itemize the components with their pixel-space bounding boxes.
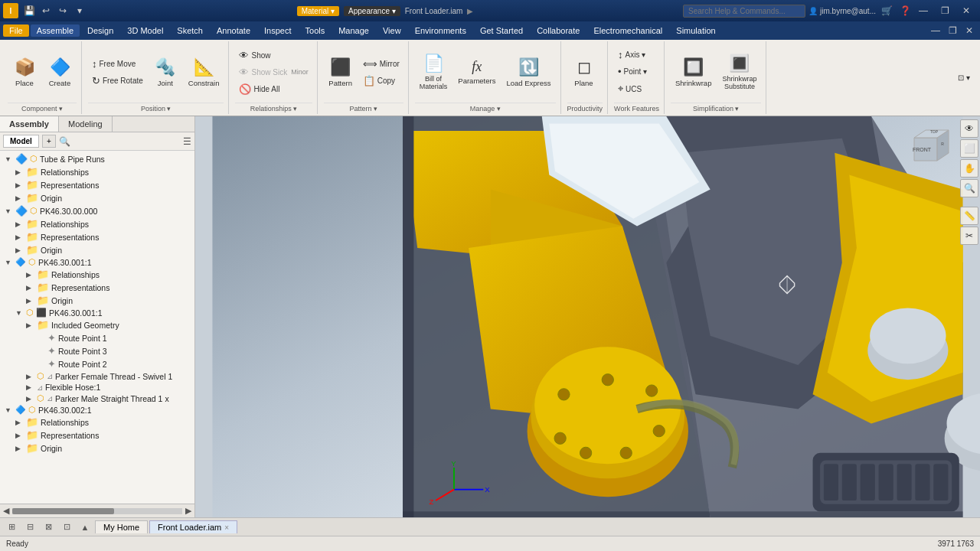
tree-item-relationships-2[interactable]: ▶ 📁 Relationships [0,217,194,230]
tree-item-representations-4[interactable]: ▶ 📁 Representations [0,429,194,442]
save-button[interactable]: 💾 [21,3,37,18]
expander-pk46-30[interactable]: ▼ [5,207,15,215]
tree-item-route-pt-2[interactable]: ✦ Route Point 2 [0,357,194,370]
expander-origin-4[interactable]: ▶ [15,445,26,452]
view-tile-3[interactable]: ⊠ [40,520,57,534]
menu-electromechanical[interactable]: Electromechanical [587,24,668,37]
minimize-panel-button[interactable]: — [928,23,943,38]
expander-pk46-002-1[interactable]: ▼ [5,406,15,414]
front-loader-tab[interactable]: Front Loader.iam × [149,520,237,533]
expander-origin-3[interactable]: ▶ [26,297,37,305]
menu-getstarted[interactable]: Get Started [474,24,529,37]
expander-pk46-001-1b[interactable]: ▼ [15,309,26,317]
tree-item-tube-pipe[interactable]: ▼ 🔷 ⬡ Tube & Pipe Runs [0,152,194,165]
viewport-tool-3[interactable]: ✋ [960,159,978,178]
viewport-tool-1[interactable]: 👁 [960,119,978,138]
menu-collaborate[interactable]: Collaborate [531,24,586,37]
tree-item-flexible-hose[interactable]: ▶ ⊿ Flexible Hose:1 [0,382,194,393]
redo-button[interactable]: ↪ [55,3,70,18]
bom-button[interactable]: 📄 Bill ofMaterials [415,51,452,93]
tree-item-relationships-1[interactable]: ▶ 📁 Relationships [0,165,194,178]
expander-relationships-3[interactable]: ▶ [26,271,37,279]
expander-relationships-4[interactable]: ▶ [15,419,26,426]
view-tile-1[interactable]: ⊞ [3,520,20,534]
expander-flexible-hose[interactable]: ▶ [26,383,37,391]
view-options-button[interactable]: ⊡ ▾ [954,71,974,84]
add-model-tab-button[interactable]: + [42,135,56,148]
tree-item-representations-2[interactable]: ▶ 📁 Representations [0,230,194,243]
expander-origin-2[interactable]: ▶ [15,246,26,254]
tree-item-route-pt-1[interactable]: ✦ Route Point 1 [0,331,194,344]
point-button[interactable]: • Point ▾ [614,64,651,80]
expander-pk46-001-1[interactable]: ▼ [5,259,15,266]
tree-item-origin-3[interactable]: ▶ 📁 Origin [0,294,194,307]
tree-menu-button[interactable]: ☰ [183,136,191,147]
tree-item-origin-4[interactable]: ▶ 📁 Origin [0,442,194,455]
tree-item-representations-1[interactable]: ▶ 📁 Representations [0,178,194,191]
tree-item-origin-2[interactable]: ▶ 📁 Origin [0,243,194,256]
expander-representations-1[interactable]: ▶ [15,181,26,189]
restore-panel-button[interactable]: ❐ [945,23,960,38]
tree-item-included-geo[interactable]: ▶ 📁 Included Geometry [0,318,194,331]
parameters-button[interactable]: fx Parameters [453,56,500,88]
menu-manage[interactable]: Manage [332,24,375,37]
my-home-tab[interactable]: My Home [95,520,148,533]
axis-button[interactable]: ↕ Axis ▾ [614,47,651,63]
cart-button[interactable]: 🛒 [879,3,894,18]
model-tree[interactable]: ▼ 🔷 ⬡ Tube & Pipe Runs ▶ 📁 Relationships… [0,151,194,504]
tree-item-pk46-30[interactable]: ▼ 🔷 ⬡ PK46.30.00.000 [0,204,194,217]
menu-annotate[interactable]: Annotate [211,24,256,37]
viewport-tool-5[interactable]: 📏 [960,207,978,225]
view-tile-4[interactable]: ⊡ [58,520,75,534]
expander-relationships-2[interactable]: ▶ [15,220,26,228]
close-front-loader-tab[interactable]: × [224,523,229,532]
tree-item-parker-male[interactable]: ▶ ⬡ ⊿ Parker Male Straight Thread 1 x [0,393,194,404]
help-button[interactable]: ❓ [897,3,913,18]
restore-button[interactable]: ❐ [934,0,956,21]
hide-all-button[interactable]: 🚫 Hide All [235,81,312,97]
expander-parker-female[interactable]: ▶ [26,373,37,380]
tree-item-pk46-001-1b[interactable]: ▼ ⬡ ⬛ PK46.30.001:1 [0,307,194,318]
viewport[interactable]: X Y Z 👁 ⬜ ✋ 🔍 📏 ✂ [195,116,980,517]
show-button[interactable]: 👁 Show [235,47,312,64]
tree-item-route-pt-3[interactable]: ✦ Route Point 3 [0,344,194,357]
tree-item-relationships-4[interactable]: ▶ 📁 Relationships [0,416,194,429]
tree-item-pk46-002-1[interactable]: ▼ 🔷 ⬡ PK46.30.002:1 [0,404,194,416]
pattern-button[interactable]: ⬛ Pattern [324,54,358,90]
expander-tube-pipe[interactable]: ▼ [5,155,15,163]
expander-representations-4[interactable]: ▶ [15,432,26,439]
free-move-button[interactable]: ↕ Free Move [88,56,147,72]
appearance-indicator[interactable]: Appearance ▾ [344,6,400,16]
menu-inspect[interactable]: Inspect [258,24,297,37]
close-panel-button[interactable]: ✕ [962,23,977,38]
scroll-right-button[interactable]: ▶ [185,506,191,516]
viewport-tool-2[interactable]: ⬜ [960,139,978,158]
plane-button[interactable]: ◻ Plane [567,54,601,90]
menu-environments[interactable]: Environments [409,24,472,37]
expander-included-geo[interactable]: ▶ [26,321,37,329]
modeling-tab[interactable]: Modeling [59,116,113,132]
minimize-button[interactable]: — [913,0,934,21]
tree-item-relationships-3[interactable]: ▶ 📁 Relationships [0,268,194,281]
copy-button[interactable]: 📋 Copy [359,73,403,89]
mirror-button[interactable]: ⟺ Mirror [359,56,403,72]
qa-more-button[interactable]: ▾ [72,3,87,18]
menu-simulation[interactable]: Simulation [670,24,721,37]
free-rotate-button[interactable]: ↻ Free Rotate [88,73,147,89]
view-tile-2[interactable]: ⊟ [21,520,38,534]
close-button[interactable]: ✕ [956,0,977,21]
load-express-button[interactable]: 🔃 Load Express [501,54,555,90]
tree-item-parker-female[interactable]: ▶ ⬡ ⊿ Parker Female Thread - Swivel 1 [0,370,194,382]
horizontal-scrollbar[interactable] [12,508,182,514]
file-menu[interactable]: File [3,24,29,37]
expander-relationships-1[interactable]: ▶ [15,168,26,176]
viewcube[interactable]: FRONT R TOP [899,122,952,176]
assembly-tab[interactable]: Assembly [0,116,59,132]
expander-representations-2[interactable]: ▶ [15,233,26,241]
shrinkwrap-sub-button[interactable]: 🔳 ShrinkwrapSubstitute [717,51,761,93]
tree-item-origin-1[interactable]: ▶ 📁 Origin [0,191,194,204]
search-input[interactable] [683,5,805,18]
viewport-tool-4[interactable]: 🔍 [960,179,978,197]
joint-button[interactable]: 🔩 Joint [149,54,182,90]
create-button[interactable]: 🔷 Create [43,54,77,90]
